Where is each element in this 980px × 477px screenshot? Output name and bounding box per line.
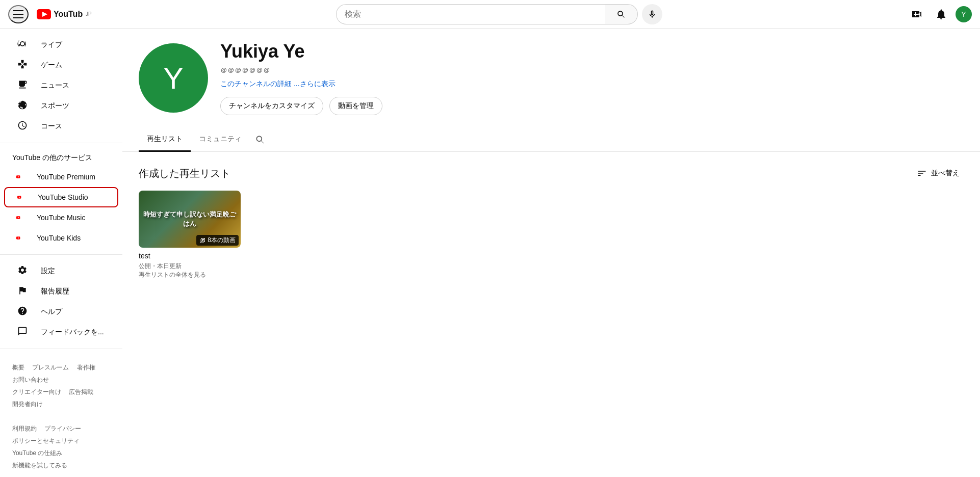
- services-section-title: YouTube の他のサービス: [0, 149, 122, 167]
- main-content: Y Yukiya Ye ＠＠＠＠＠＠＠ このチャンネルの詳細 ...さらに表示 …: [122, 29, 980, 477]
- footer-row-7: YouTube の仕組み: [12, 447, 110, 459]
- footer-row-8: 新機能を試してみる: [12, 459, 110, 471]
- footer-row-6: ポリシーとセキュリティ: [12, 435, 110, 447]
- channel-name: Yukiya Ye: [220, 41, 382, 62]
- header-right: Y: [907, 4, 972, 24]
- sidebar-divider-3: [0, 349, 122, 349]
- game-label: ゲーム: [41, 61, 62, 70]
- footer-link-about[interactable]: 概要: [12, 364, 24, 371]
- sidebar-item-news[interactable]: ニュース: [4, 75, 118, 96]
- youtube-studio-icon: [17, 193, 30, 202]
- youtube-music-label: YouTube Music: [37, 214, 85, 222]
- tab-search-button[interactable]: [250, 129, 270, 150]
- channel-desc-prefix: このチャンネルの詳細: [220, 80, 292, 88]
- channel-avatar: Y: [139, 43, 208, 113]
- youtube-premium-icon: [16, 172, 29, 181]
- playlist-count-text: 8本の動画: [208, 236, 236, 245]
- section-title: 作成した再生リスト: [139, 167, 230, 180]
- feedback-icon: [16, 326, 29, 339]
- footer-link-creator[interactable]: クリエイター向け: [12, 388, 61, 395]
- live-label: ライブ: [41, 40, 62, 49]
- sidebar-item-help[interactable]: ヘルプ: [4, 302, 118, 322]
- create-icon: [911, 8, 923, 20]
- playlist-info: test 公開・本日更新 再生リストの全体を見る: [139, 252, 241, 279]
- gear-icon: [16, 265, 29, 278]
- footer-link-privacy[interactable]: プライバシー: [44, 425, 81, 432]
- channel-desc-link[interactable]: ...さらに表示: [294, 80, 336, 88]
- youtube-studio-label: YouTube Studio: [38, 193, 88, 201]
- manage-videos-button[interactable]: 動画を管理: [329, 97, 382, 115]
- course-label: コース: [41, 122, 62, 131]
- customize-channel-button[interactable]: チャンネルをカスタマイズ: [220, 97, 323, 115]
- footer-link-ads[interactable]: 広告掲載: [69, 388, 93, 395]
- header-center: [336, 4, 662, 24]
- sports-label: スポーツ: [41, 101, 69, 111]
- header-left: YouTube JP: [8, 5, 92, 23]
- create-button[interactable]: [907, 4, 927, 24]
- flag-icon: [16, 285, 29, 298]
- sidebar-divider-1: [0, 143, 122, 143]
- search-input[interactable]: [336, 4, 605, 24]
- sidebar-item-live[interactable]: ライブ: [4, 35, 118, 55]
- tab-playlist[interactable]: 再生リスト: [139, 127, 191, 152]
- playlist-count-icon: [199, 237, 205, 244]
- help-label: ヘルプ: [41, 307, 62, 316]
- youtube-music-icon: [16, 213, 29, 222]
- bell-icon: [935, 8, 947, 20]
- channel-handle: ＠＠＠＠＠＠＠: [220, 66, 382, 75]
- playlist-title: test: [139, 252, 241, 260]
- game-icon: [16, 59, 29, 72]
- footer-link-new-features[interactable]: 新機能を試してみる: [12, 462, 67, 469]
- playlist-thumb-text: 時短すぎて申し訳ない満足晩ごはん: [139, 206, 241, 232]
- sidebar-item-settings[interactable]: 設定: [4, 261, 118, 281]
- search-icon: [616, 10, 626, 19]
- page-layout: ライブ ゲーム ニュース スポーツ コース: [0, 29, 980, 477]
- footer-link-press[interactable]: プレスルーム: [32, 364, 69, 371]
- youtube-premium-label: YouTube Premium: [37, 173, 95, 181]
- youtube-kids-icon: [16, 233, 29, 243]
- playlist-thumbnail: 時短すぎて申し訳ない満足晩ごはん 8本の動画: [139, 191, 241, 248]
- youtube-logo[interactable]: YouTube JP: [37, 9, 92, 19]
- playlist-meta: 公開・本日更新: [139, 262, 241, 271]
- playlist-card[interactable]: 時短すぎて申し訳ない満足晩ごはん 8本の動画 test 公開・本日更新 再生リス…: [139, 191, 241, 279]
- news-icon: [16, 80, 29, 92]
- sidebar: ライブ ゲーム ニュース スポーツ コース: [0, 29, 122, 477]
- feedback-label: フィードバックを...: [41, 328, 104, 337]
- course-icon: [16, 120, 29, 133]
- footer-links: 概要 プレスルーム 著作権 お問い合わせ クリエイター向け 広告掲載 開発者向け…: [0, 355, 122, 477]
- sidebar-item-feedback[interactable]: フィードバックを...: [4, 322, 118, 342]
- user-avatar[interactable]: Y: [956, 6, 972, 22]
- sidebar-item-youtube-music[interactable]: YouTube Music: [4, 207, 118, 228]
- sidebar-item-report[interactable]: 報告履歴: [4, 281, 118, 302]
- playlist-view-all-link[interactable]: 再生リストの全体を見る: [139, 271, 241, 279]
- footer-link-policy[interactable]: ポリシーとセキュリティ: [12, 437, 80, 444]
- footer-link-dev[interactable]: 開発者向け: [12, 401, 43, 408]
- footer-link-terms[interactable]: 利用規約: [12, 425, 37, 432]
- notifications-button[interactable]: [931, 4, 951, 24]
- footer-link-copyright[interactable]: 著作権: [77, 364, 95, 371]
- mic-icon: [648, 10, 657, 19]
- sidebar-item-sports[interactable]: スポーツ: [4, 96, 118, 116]
- sidebar-item-youtube-premium[interactable]: YouTube Premium: [4, 167, 118, 187]
- youtube-kids-label: YouTube Kids: [37, 234, 81, 242]
- header: YouTube JP Y: [0, 0, 980, 29]
- sidebar-item-course[interactable]: コース: [4, 116, 118, 137]
- section-header: 作成した再生リスト 並べ替え: [139, 164, 964, 182]
- svg-text:YouTube: YouTube: [54, 10, 83, 18]
- sidebar-item-game[interactable]: ゲーム: [4, 55, 118, 75]
- footer-row-2: お問い合わせ: [12, 374, 110, 386]
- sports-icon: [16, 100, 29, 113]
- tab-community[interactable]: コミュニティ: [191, 127, 250, 152]
- footer-link-how[interactable]: YouTube の仕組み: [12, 449, 63, 457]
- playlist-count-badge: 8本の動画: [196, 235, 239, 246]
- channel-desc: このチャンネルの詳細 ...さらに表示: [220, 80, 382, 89]
- sidebar-item-youtube-kids[interactable]: YouTube Kids: [4, 228, 118, 248]
- mic-button[interactable]: [642, 4, 662, 24]
- sidebar-item-youtube-studio[interactable]: YouTube Studio: [4, 187, 118, 207]
- sort-button[interactable]: 並べ替え: [913, 164, 964, 182]
- sidebar-divider-2: [0, 254, 122, 255]
- hamburger-menu[interactable]: [8, 5, 29, 23]
- footer-link-contact[interactable]: お問い合わせ: [12, 376, 49, 383]
- search-button[interactable]: [605, 4, 638, 24]
- channel-header: Y Yukiya Ye ＠＠＠＠＠＠＠ このチャンネルの詳細 ...さらに表示 …: [122, 29, 980, 115]
